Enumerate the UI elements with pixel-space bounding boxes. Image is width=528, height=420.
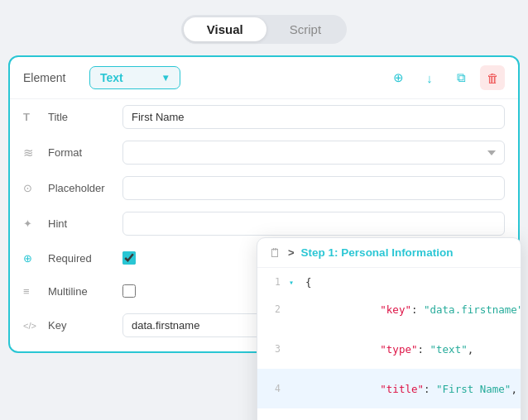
line-content-2: "key": "data.firstname", xyxy=(305,291,521,328)
title-icon: T xyxy=(23,111,40,123)
main-panel: Element Text ▾ ⊕ ↓ ⧉ 🗑 T Title ≋ Forma xyxy=(8,55,520,353)
hint-label: Hint xyxy=(48,217,114,230)
code-line-4: 4 "title": "First Name", xyxy=(257,369,521,408)
line-dot-1: ▾ xyxy=(289,278,297,287)
copy-icon: ⧉ xyxy=(457,70,466,85)
code-popup: 🗒 > Step 1: Personal Information 1 ▾ { 2… xyxy=(257,237,521,420)
code-line-1: 1 ▾ { xyxy=(257,274,521,289)
required-icon: ⊕ xyxy=(23,252,40,265)
line-content-5: "required": true xyxy=(305,410,480,421)
tab-group: Visual Script xyxy=(181,15,347,44)
add-icon: ⊕ xyxy=(393,70,404,85)
required-checkbox[interactable] xyxy=(122,251,136,265)
line-content-4: "title": "First Name", xyxy=(305,370,517,408)
multiline-icon: ≡ xyxy=(23,285,40,298)
line-content-3: "type": "text", xyxy=(305,331,473,368)
chevron-down-icon: ▾ xyxy=(163,72,168,84)
hint-input[interactable] xyxy=(122,212,505,236)
code-line-5: 5 "required": true xyxy=(257,408,521,420)
field-row-title: T Title xyxy=(10,99,518,135)
code-line-3: 3 "type": "text", xyxy=(257,329,521,369)
tab-script[interactable]: Script xyxy=(266,17,344,41)
download-icon: ↓ xyxy=(426,71,433,85)
element-actions: ⊕ ↓ ⧉ 🗑 xyxy=(386,65,505,90)
delete-icon: 🗑 xyxy=(487,71,499,85)
download-button[interactable]: ↓ xyxy=(417,65,442,90)
title-input[interactable] xyxy=(122,105,505,129)
code-body: 1 ▾ { 2 "key": "data.firstname", 3 "type… xyxy=(257,268,521,420)
arrow-icon: > xyxy=(288,246,295,259)
format-icon: ≋ xyxy=(23,146,40,160)
placeholder-input[interactable] xyxy=(122,176,505,200)
line-num-1: 1 xyxy=(266,276,281,288)
code-popup-header: 🗒 > Step 1: Personal Information xyxy=(257,238,521,268)
key-label: Key xyxy=(48,319,114,332)
element-row: Element Text ▾ ⊕ ↓ ⧉ 🗑 xyxy=(10,57,518,99)
element-label: Element xyxy=(23,71,81,84)
line-num-3: 3 xyxy=(266,343,281,355)
code-line-2: 2 "key": "data.firstname", xyxy=(257,289,521,329)
hint-icon: ✦ xyxy=(23,217,40,230)
code-popup-title: Step 1: Personal Information xyxy=(301,246,454,259)
element-type-dropdown[interactable]: Text ▾ xyxy=(89,66,180,89)
required-label: Required xyxy=(48,252,114,265)
placeholder-label: Placeholder xyxy=(48,182,114,194)
line-num-2: 2 xyxy=(266,303,281,315)
multiline-label: Multiline xyxy=(48,285,114,298)
multiline-checkbox[interactable] xyxy=(122,284,136,298)
tab-visual[interactable]: Visual xyxy=(184,17,266,41)
add-button[interactable]: ⊕ xyxy=(386,65,410,90)
format-select[interactable] xyxy=(122,141,505,165)
field-row-hint: ✦ Hint xyxy=(10,206,518,241)
line-content-1: { xyxy=(305,276,312,289)
line-num-4: 4 xyxy=(266,383,281,394)
document-icon: 🗒 xyxy=(269,246,281,260)
title-label: Title xyxy=(48,111,114,123)
field-row-format: ≋ Format xyxy=(10,135,518,170)
tab-bar: Visual Script xyxy=(0,0,528,55)
field-row-placeholder: ⊙ Placeholder xyxy=(10,170,518,206)
placeholder-icon: ⊙ xyxy=(23,182,40,194)
format-label: Format xyxy=(48,146,114,159)
copy-button[interactable]: ⧉ xyxy=(449,65,473,90)
delete-button[interactable]: 🗑 xyxy=(480,65,505,90)
key-icon: </> xyxy=(23,321,40,331)
dropdown-value: Text xyxy=(100,71,123,84)
